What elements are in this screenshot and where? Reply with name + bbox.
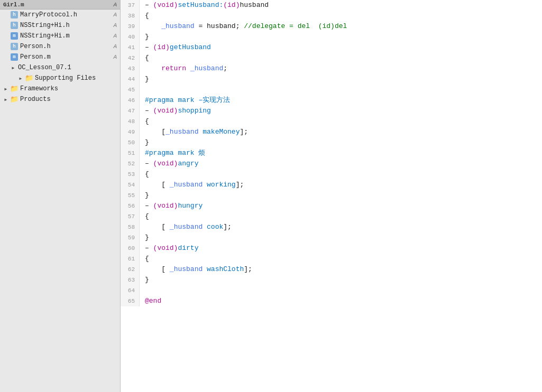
sidebar-item-person-h[interactable]: h Person.h A	[0, 41, 120, 52]
line-number: 64	[121, 285, 140, 296]
line-number: 37	[121, 0, 140, 11]
sidebar-item-label: MarryProtocol.h	[20, 11, 111, 18]
sidebar-item-label: Supporting Files	[35, 74, 117, 82]
folder-icon: 📁	[11, 96, 18, 103]
code-line: 63 }	[121, 275, 542, 285]
m-file-icon: m	[11, 53, 18, 61]
line-content: }	[140, 74, 149, 85]
line-content: }	[140, 190, 149, 201]
line-content: – (void)dirty	[140, 243, 198, 254]
line-content: }	[140, 137, 149, 148]
code-line: 47 – (void)shopping	[121, 106, 542, 116]
line-number: 44	[121, 74, 140, 85]
line-content: }	[140, 232, 149, 243]
line-content: {	[140, 169, 149, 180]
code-line: 51 #pragma mark 烦	[121, 148, 542, 158]
line-number: 60	[121, 243, 140, 254]
sidebar-item-supporting-files[interactable]: ▶ 📁 Supporting Files	[0, 73, 120, 83]
code-line: 58 [ _husband cook];	[121, 222, 542, 232]
sidebar-item-a: A	[113, 33, 117, 39]
code-line: 37 – (void)setHusband:(id)husband	[121, 0, 542, 11]
sidebar-header: Girl.m A	[0, 0, 120, 10]
code-line: 46 #pragma mark –实现方法	[121, 95, 542, 106]
sidebar-item-a: A	[113, 54, 117, 60]
line-number: 57	[121, 211, 140, 222]
code-line: 39 _husband = husband; //delegate = del …	[121, 21, 542, 32]
code-line: 50 }	[121, 137, 542, 148]
code-line: 52 – (void)angry	[121, 158, 542, 169]
code-line: 62 [ _husband washCloth];	[121, 264, 542, 275]
line-number: 54	[121, 180, 140, 190]
line-content: return _husband;	[140, 63, 227, 74]
code-line: 57 {	[121, 211, 542, 222]
sidebar-item-nsstring-hi-m[interactable]: m NSString+Hi.m A	[0, 31, 120, 41]
code-line: 44 }	[121, 74, 542, 85]
code-line: 43 return _husband;	[121, 63, 542, 74]
sidebar-item-label: Person.h	[20, 43, 111, 50]
line-number: 47	[121, 106, 140, 116]
line-number: 62	[121, 264, 140, 275]
sidebar-item-label: Products	[20, 96, 117, 103]
line-number: 40	[121, 32, 140, 42]
sidebar-item-label: OC_Lesson_07.1	[18, 64, 117, 71]
line-content: }	[140, 275, 149, 285]
code-line: 45	[121, 85, 542, 95]
code-line: 53 {	[121, 169, 542, 180]
sidebar-item-a: A	[113, 12, 117, 18]
line-content: – (void)angry	[140, 158, 198, 169]
code-line: 48 {	[121, 116, 542, 127]
code-line: 38 {	[121, 11, 542, 21]
line-number: 53	[121, 169, 140, 180]
line-number: 38	[121, 11, 140, 21]
line-number: 45	[121, 85, 140, 95]
line-number: 50	[121, 137, 140, 148]
line-content: #pragma mark 烦	[140, 148, 205, 158]
line-content: – (void)shopping	[140, 106, 211, 116]
sidebar-item-person-m[interactable]: m Person.m A	[0, 52, 120, 62]
line-number: 52	[121, 158, 140, 169]
line-number: 59	[121, 232, 140, 243]
h-file-icon: h	[11, 22, 18, 29]
sidebar-item-nsstring-hi-h[interactable]: h NSString+Hi.h A	[0, 20, 120, 31]
line-content: {	[140, 211, 149, 222]
line-number: 51	[121, 148, 140, 158]
code-line: 54 [ _husband working];	[121, 180, 542, 190]
line-content: – (id)getHusband	[140, 42, 211, 53]
sidebar-item-products[interactable]: ▶ 📁 Products	[0, 94, 120, 105]
code-line: 56 – (void)hungry	[121, 201, 542, 211]
sidebar-item-label: NSString+Hi.h	[20, 22, 111, 29]
line-number: 58	[121, 222, 140, 232]
line-number: 63	[121, 275, 140, 285]
line-content: [ _husband cook];	[140, 222, 232, 232]
line-number: 61	[121, 254, 140, 264]
sidebar-item-frameworks[interactable]: ▶ 📁 Frameworks	[0, 83, 120, 94]
code-line: 42 {	[121, 53, 542, 63]
code-line: 55 }	[121, 190, 542, 201]
line-number: 41	[121, 42, 140, 53]
line-content: @end	[140, 296, 161, 306]
line-content: {	[140, 254, 149, 264]
code-line: 61 {	[121, 254, 542, 264]
sidebar-item-marry-protocol[interactable]: h MarryProtocol.h A	[0, 10, 120, 20]
line-content: [_husband makeMoney];	[140, 127, 248, 137]
sidebar-item-oc-lesson[interactable]: ▶ OC_Lesson_07.1	[0, 62, 120, 73]
code-line: 59 }	[121, 232, 542, 243]
line-content: {	[140, 11, 149, 21]
disclosure-arrow-icon: ▶	[3, 97, 8, 102]
code-line: 64	[121, 285, 542, 296]
line-content: [ _husband working];	[140, 180, 244, 190]
sidebar-item-a: A	[113, 22, 117, 29]
line-number: 39	[121, 21, 140, 32]
line-number: 46	[121, 95, 140, 106]
code-line: 41 – (id)getHusband	[121, 42, 542, 53]
sidebar-header-label: Girl.m	[3, 2, 24, 8]
folder-icon: 📁	[11, 85, 18, 92]
sidebar-header-a-label: A	[113, 2, 117, 8]
disclosure-arrow-icon: ▶	[18, 76, 23, 81]
line-content: – (void)hungry	[140, 201, 203, 211]
line-number: 43	[121, 63, 140, 74]
file-navigator[interactable]: Girl.m A h MarryProtocol.h A h NSString+…	[0, 0, 121, 392]
line-content: _husband = husband; //delegate = del (id…	[140, 21, 347, 32]
code-editor: 37 – (void)setHusband:(id)husband 38 { 3…	[121, 0, 542, 392]
disclosure-arrow-icon: ▶	[11, 65, 16, 70]
